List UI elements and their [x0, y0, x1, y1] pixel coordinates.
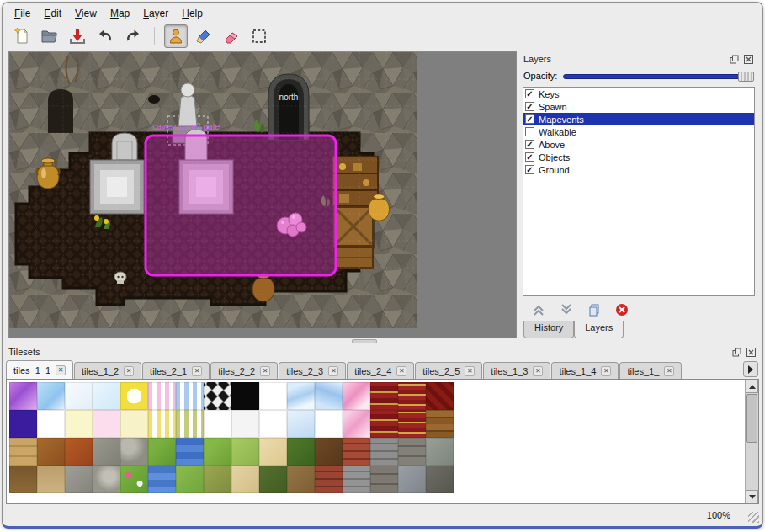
tileset-tile[interactable] — [93, 466, 120, 493]
tab-close-icon[interactable]: ✕ — [192, 366, 202, 376]
tileset-view[interactable] — [6, 379, 759, 504]
float-panel-button[interactable] — [728, 53, 740, 65]
tab-close-icon[interactable]: ✕ — [56, 365, 66, 375]
tileset-tile[interactable] — [398, 410, 426, 438]
tileset-tile[interactable] — [231, 382, 259, 410]
tileset-tile[interactable] — [148, 410, 176, 438]
tileset-tile[interactable] — [287, 382, 315, 410]
tab-close-icon[interactable]: ✕ — [601, 366, 611, 376]
dock-tab-layers[interactable]: Layers — [574, 321, 624, 338]
tileset-tab-tiles_2_2[interactable]: tiles_2_2✕ — [210, 362, 278, 379]
scrollbar-track[interactable] — [746, 444, 758, 490]
tileset-tab-tiles_1_2[interactable]: tiles_1_2✕ — [74, 362, 141, 379]
tab-close-icon[interactable]: ✕ — [465, 366, 475, 376]
tileset-tile[interactable] — [259, 410, 287, 438]
menu-item-map[interactable]: Map — [104, 6, 136, 21]
tab-scroll-right-button[interactable] — [743, 361, 758, 377]
tab-close-icon[interactable]: ✕ — [396, 366, 406, 376]
raise-layer-button[interactable] — [531, 302, 546, 317]
tileset-tab-tiles_1_3[interactable]: tiles_1_3✕ — [483, 362, 550, 379]
tileset-tile[interactable] — [315, 438, 343, 466]
layer-row-mapevents[interactable]: ✓Mapevents — [523, 113, 754, 125]
tileset-tile[interactable] — [398, 466, 426, 493]
tab-close-icon[interactable]: ✕ — [124, 366, 134, 376]
tileset-tile[interactable] — [315, 466, 343, 493]
layer-visible-checkbox[interactable]: ✓ — [525, 89, 534, 98]
tileset-tab-tiles_2_4[interactable]: tiles_2_4✕ — [347, 362, 414, 379]
tileset-tile[interactable] — [176, 410, 204, 438]
new-map-button[interactable] — [10, 24, 34, 48]
resize-grip[interactable] — [748, 512, 759, 523]
duplicate-layer-button[interactable] — [587, 302, 602, 317]
menu-item-help[interactable]: Help — [175, 6, 210, 21]
tileset-tab-tiles_1_[interactable]: tiles_1_✕ — [619, 362, 682, 379]
splitter-grip[interactable] — [352, 339, 377, 343]
tileset-tile[interactable] — [370, 466, 398, 493]
menu-item-file[interactable]: File — [8, 6, 37, 21]
tileset-tile[interactable] — [9, 410, 37, 438]
open-button[interactable] — [38, 24, 61, 48]
scroll-up-button[interactable] — [746, 380, 758, 393]
tileset-tile[interactable] — [93, 438, 120, 466]
tab-close-icon[interactable]: ✕ — [533, 366, 543, 376]
tileset-tile[interactable] — [370, 410, 398, 438]
selection-tool-button[interactable] — [247, 24, 271, 48]
tileset-tile[interactable] — [259, 382, 287, 410]
menu-item-edit[interactable]: Edit — [37, 6, 68, 21]
tileset-tile[interactable] — [93, 382, 120, 410]
close-panel-button[interactable] — [745, 346, 757, 358]
tileset-tile[interactable] — [426, 438, 454, 466]
layer-visible-checkbox[interactable]: ✓ — [525, 114, 534, 124]
tileset-tab-tiles_2_5[interactable]: tiles_2_5✕ — [415, 362, 482, 379]
tileset-tile[interactable] — [287, 466, 315, 493]
tileset-tile[interactable] — [204, 382, 231, 410]
opacity-slider[interactable] — [563, 71, 754, 82]
tileset-tile[interactable] — [370, 438, 398, 466]
layer-visible-checkbox[interactable]: ✓ — [525, 102, 534, 111]
tileset-tile[interactable] — [37, 410, 65, 438]
dock-tab-history[interactable]: History — [523, 321, 574, 338]
tileset-tile[interactable] — [370, 382, 398, 410]
tileset-tile[interactable] — [65, 438, 93, 466]
tileset-tile[interactable] — [37, 466, 65, 493]
tileset-tile[interactable] — [176, 466, 204, 493]
tileset-tile[interactable] — [9, 438, 37, 466]
tileset-tile[interactable] — [176, 438, 204, 466]
layer-visible-checkbox[interactable]: ✓ — [525, 152, 534, 162]
tileset-tile[interactable] — [315, 410, 343, 438]
tileset-tile[interactable] — [148, 466, 176, 493]
menu-item-layer[interactable]: Layer — [136, 6, 175, 21]
tileset-tab-tiles_1_1[interactable]: tiles_1_1✕ — [6, 360, 73, 379]
menu-item-view[interactable]: View — [68, 6, 104, 21]
scroll-down-button[interactable] — [746, 490, 758, 503]
tileset-tile[interactable] — [120, 410, 148, 438]
tileset-tile[interactable] — [343, 466, 370, 493]
tileset-vertical-scrollbar[interactable] — [745, 380, 758, 503]
redo-button[interactable] — [121, 24, 145, 48]
map-canvas[interactable]: cavesquare2 gate north — [8, 51, 517, 338]
tileset-tile[interactable] — [231, 410, 259, 438]
tileset-tile[interactable] — [65, 410, 93, 438]
layer-visible-checkbox[interactable] — [525, 127, 534, 136]
tileset-tile[interactable] — [398, 382, 426, 410]
tileset-tile[interactable] — [231, 466, 259, 493]
tileset-tab-tiles_2_3[interactable]: tiles_2_3✕ — [279, 362, 346, 379]
tileset-tile[interactable] — [176, 382, 204, 410]
tab-close-icon[interactable]: ✕ — [664, 366, 674, 376]
tileset-tile[interactable] — [343, 382, 370, 410]
tileset-tile[interactable] — [426, 382, 454, 410]
tileset-tile[interactable] — [343, 438, 370, 466]
layer-row-keys[interactable]: ✓Keys — [523, 88, 754, 100]
tab-close-icon[interactable]: ✕ — [260, 366, 270, 376]
save-button[interactable] — [66, 24, 89, 48]
tileset-tab-tiles_2_1[interactable]: tiles_2_1✕ — [142, 362, 210, 379]
layer-row-walkable[interactable]: Walkable — [523, 125, 754, 138]
tileset-tile[interactable] — [9, 466, 37, 493]
tileset-tile[interactable] — [204, 466, 231, 493]
tileset-tile[interactable] — [37, 382, 65, 410]
tileset-tile[interactable] — [65, 466, 93, 493]
tileset-tile[interactable] — [37, 438, 65, 466]
layer-row-objects[interactable]: ✓Objects — [523, 151, 754, 163]
stamp-tool-button[interactable] — [164, 24, 188, 48]
tileset-tile[interactable] — [120, 382, 148, 410]
